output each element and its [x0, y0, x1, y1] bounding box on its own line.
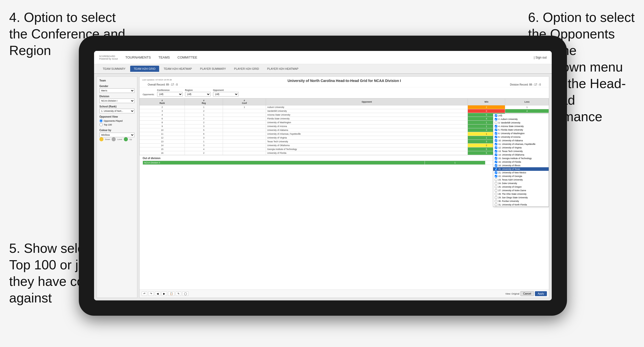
toolbar-undo[interactable]: ↶	[142, 292, 147, 296]
school-select[interactable]: 1. University of Nort...	[99, 109, 134, 113]
tab-player-h2h-heatmap[interactable]: PLAYER H2H HEATMAP	[264, 66, 302, 72]
cell-win: 2	[468, 105, 505, 109]
cancel-button[interactable]: Cancel	[520, 291, 534, 296]
dropdown-item[interactable]: 22. University of Georgia	[493, 174, 549, 178]
dropdown-checkbox[interactable]	[495, 175, 497, 177]
dropdown-item[interactable]: (All)	[493, 114, 549, 117]
cell-rank: 16	[140, 151, 185, 155]
dropdown-checkbox[interactable]	[495, 161, 497, 163]
dropdown-checkbox[interactable]	[495, 178, 497, 181]
dropdown-item[interactable]: 12. University of Virginia	[493, 146, 549, 149]
radio-top100-input[interactable]	[99, 123, 103, 126]
dropdown-item[interactable]: 2. Auburn University	[493, 117, 549, 121]
dropdown-item-label: 4. Arizona State University	[498, 125, 524, 128]
dropdown-item[interactable]: 25. University of Oregon	[493, 185, 549, 189]
dropdown-item[interactable]: 24. Duke University	[493, 182, 549, 185]
opponent-dropdown[interactable]: (All) 2. Auburn University 3. Vanderbilt…	[493, 114, 549, 207]
dropdown-item[interactable]: 29. San Diego State University	[493, 196, 549, 199]
nav-committee[interactable]: COMMITTEE	[177, 54, 197, 60]
toolbar-redo[interactable]: ↷	[148, 292, 154, 296]
dropdown-item-label: 27. University of Notre Dame	[498, 189, 526, 192]
main-content: Last Updated: 4/7/2024 16:55:38 Universi…	[139, 76, 549, 298]
dropdown-item[interactable]: 27. University of Notre Dame	[493, 189, 549, 192]
tab-player-h2h-grid[interactable]: PLAYER H2H GRID	[231, 66, 263, 72]
dropdown-item[interactable]: 20. University of Texas	[493, 167, 549, 171]
dropdown-checkbox[interactable]	[495, 121, 497, 124]
radio-opponents-played-input[interactable]	[99, 119, 103, 122]
dropdown-item[interactable]: 11. University of Arkansas, Fayetteville	[493, 142, 549, 146]
dropdown-item[interactable]: 6. University of Washington	[493, 132, 549, 135]
division-select[interactable]: NCAA Division I	[99, 99, 134, 103]
toolbar-clock[interactable]: ◯	[182, 292, 189, 296]
dropdown-item[interactable]: 10. University of Alabama	[493, 139, 549, 142]
cell-opponent: University of Arizona	[266, 124, 468, 128]
dropdown-checkbox[interactable]	[495, 203, 497, 206]
tab-team-h2h-heatmap[interactable]: TEAM H2H HEATMAP	[160, 66, 196, 72]
dropdown-item[interactable]: 8. University of Arizona	[493, 135, 549, 139]
dropdown-item[interactable]: 31. University of North Florida	[493, 203, 549, 206]
dropdown-item[interactable]: 28. The Ohio State University	[493, 192, 549, 196]
radio-opponents-played[interactable]: Opponents Played	[99, 119, 134, 122]
report-title: University of North Carolina Head-to-Hea…	[143, 79, 546, 83]
tab-team-h2h-grid[interactable]: TEAM H2H GRID	[130, 66, 159, 72]
dropdown-checkbox[interactable]	[495, 157, 497, 160]
dropdown-checkbox[interactable]	[495, 129, 497, 131]
toolbar-copy[interactable]: 📋	[168, 292, 175, 296]
toolbar-back[interactable]: ◀	[155, 292, 160, 296]
dropdown-checkbox[interactable]	[495, 200, 497, 202]
region-select[interactable]: (All)	[185, 92, 211, 96]
apply-button[interactable]: Apply	[535, 291, 547, 296]
colour-select[interactable]: Win/loss	[99, 133, 134, 137]
tab-player-summary[interactable]: PLAYER SUMMARY	[197, 66, 230, 72]
dropdown-item[interactable]: 23. Texas A&M University	[493, 178, 549, 182]
dropdown-checkbox[interactable]	[495, 168, 497, 170]
sign-out[interactable]: | Sign out	[534, 56, 547, 59]
dropdown-item[interactable]: 13. Texas Tech University	[493, 149, 549, 153]
dropdown-item-label: 6. University of Washington	[498, 132, 525, 135]
toolbar-paste[interactable]: ✎	[176, 292, 181, 296]
dropdown-item[interactable]: 3. Vanderbilt University	[493, 121, 549, 124]
cell-conf	[223, 121, 266, 124]
cell-reg: 5	[185, 128, 223, 132]
toolbar-forward[interactable]: ▶	[161, 292, 167, 296]
dropdown-item[interactable]: 15. Georgia Institute of Technology	[493, 157, 549, 160]
dropdown-checkbox[interactable]	[495, 196, 497, 199]
dropdown-checkbox[interactable]	[495, 164, 497, 167]
dropdown-checkbox[interactable]	[495, 132, 497, 135]
dropdown-checkbox[interactable]	[495, 114, 497, 117]
dropdown-item[interactable]: 4. Arizona State University	[493, 124, 549, 128]
dropdown-checkbox[interactable]	[495, 182, 497, 185]
cell-reg: 1	[185, 105, 223, 109]
radio-top100[interactable]: Top 100	[99, 123, 134, 126]
opponent-select[interactable]: (All)	[213, 92, 238, 96]
gender-select[interactable]: Men's	[99, 88, 134, 93]
dot-level	[112, 137, 116, 141]
dropdown-checkbox[interactable]	[495, 186, 497, 188]
dropdown-checkbox[interactable]	[495, 118, 497, 120]
dropdown-item[interactable]: 14. University of Oklahoma	[493, 153, 549, 157]
dropdown-checkbox[interactable]	[495, 136, 497, 138]
dropdown-checkbox[interactable]	[495, 125, 497, 128]
dropdown-checkbox[interactable]	[495, 146, 497, 149]
tab-team-summary[interactable]: TEAM SUMMARY	[99, 66, 129, 72]
dropdown-checkbox[interactable]	[495, 193, 497, 195]
dropdown-checkbox[interactable]	[495, 150, 497, 152]
dropdown-checkbox[interactable]	[495, 171, 497, 174]
dropdown-item[interactable]: 16. University of Florida	[493, 160, 549, 164]
dropdown-checkbox[interactable]	[495, 189, 497, 192]
conference-select[interactable]: (All)	[157, 92, 183, 96]
dropdown-item[interactable]: 30. Purdue University	[493, 199, 549, 203]
dropdown-checkbox[interactable]	[495, 154, 497, 156]
cell-opponent: University of Oklahoma	[266, 144, 468, 147]
od-row: NCAA Division II 1 0	[143, 161, 546, 165]
dropdown-item[interactable]: 21. University of New Mexico	[493, 171, 549, 174]
cell-conf	[223, 136, 266, 140]
dropdown-checkbox[interactable]	[495, 143, 497, 145]
nav-teams[interactable]: TEAMS	[158, 54, 170, 60]
dropdown-checkbox[interactable]	[495, 139, 497, 142]
cell-opponent: University of Alabama	[266, 128, 468, 132]
dropdown-item[interactable]: 5. Florida State University	[493, 128, 549, 132]
region-label: Region	[185, 89, 211, 91]
nav-tournaments[interactable]: TOURNAMENTS	[125, 54, 151, 60]
dropdown-item[interactable]: 18. University of Illinois	[493, 164, 549, 167]
